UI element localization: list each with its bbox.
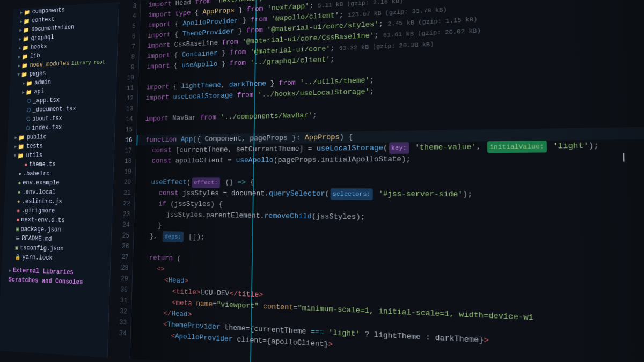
component-name: Head [168, 275, 185, 287]
keyword: import [146, 82, 170, 93]
plain-text: ; [309, 1, 318, 12]
html-attr: content [263, 301, 294, 314]
folder-icon: 📁 [26, 88, 32, 95]
component-name: Head [171, 308, 188, 320]
line-num-19: 19 [113, 167, 131, 178]
html-tag: <title> [172, 286, 200, 299]
plain-text: ); [588, 140, 599, 152]
line-num-4: 4 [119, 11, 136, 23]
line-num-14: 14 [115, 114, 133, 125]
sidebar-item-babelrc[interactable]: ● .babelrc [6, 169, 114, 179]
file-icon: ◆ [18, 189, 21, 195]
plain-text: } [217, 58, 230, 70]
plain-text: } [266, 78, 279, 90]
plain-text: NavBar [169, 113, 201, 124]
plain-text: } [235, 5, 247, 16]
line-num-33: 33 [108, 316, 127, 328]
plain-text: ( [325, 188, 329, 200]
plain-text: , [221, 80, 230, 91]
operator: => [237, 177, 246, 188]
sidebar-label: package.json [20, 226, 61, 234]
plain-text [139, 329, 171, 342]
folder-icon: 📁 [21, 71, 27, 77]
function-name: darkTheme [229, 78, 266, 90]
sidebar-label: .gitignore [21, 207, 55, 215]
param-badge-deps: deps: [163, 231, 184, 242]
sidebar-item-tests[interactable]: ▶ 📁 tests [7, 141, 114, 151]
keyword: import [147, 40, 171, 51]
sidebar-item-env-example[interactable]: ◆ env.example [5, 179, 113, 188]
keyword: from [222, 37, 238, 48]
file-icon: ■ [24, 162, 27, 167]
param-badge-effect: effect: [192, 177, 220, 188]
keyword: from [200, 112, 216, 123]
keyword: const [152, 145, 172, 156]
sidebar-label: index.tsx [32, 124, 62, 131]
folder-icon: 📁 [23, 26, 30, 33]
param-badge-key: key: [389, 142, 409, 154]
folder-icon: 📁 [18, 134, 25, 141]
file-icon: ⬡ [27, 98, 31, 104]
sidebar-label: hooks [31, 43, 47, 50]
line-num-34: 34 [108, 328, 127, 339]
line-num-8: 8 [117, 52, 135, 63]
chevron-icon: ▶ [18, 54, 21, 60]
sidebar-item-utils[interactable]: ▶ 📁 utils [6, 150, 114, 160]
plain-text [324, 327, 328, 338]
code-line-20: useEffect ( effect: () => { [135, 176, 644, 189]
sidebar-item-env-local[interactable]: ◆ .env.local [5, 188, 113, 197]
plain-text: ( [173, 253, 181, 264]
plain-text: () [221, 177, 238, 188]
plain-text: } [142, 220, 162, 231]
line-num-16: 16 [114, 135, 132, 146]
chevron-icon: ▶ [12, 154, 18, 157]
keyword: import [145, 92, 169, 104]
plain-text: apolloClient = [171, 155, 236, 166]
plain-text: { [246, 177, 254, 188]
plain-text [144, 156, 152, 167]
plain-text: ) { [340, 131, 353, 143]
sidebar-label: yarn.lock [22, 254, 53, 262]
chevron-icon: ▶ [14, 144, 17, 149]
sidebar-item-theme-ts[interactable]: ■ theme.ts [6, 159, 113, 169]
sidebar-item-eslintrc[interactable]: ◈ .eslintrc.js [4, 197, 112, 207]
sidebar-label: graphql [31, 34, 54, 42]
plain-text: ; [339, 10, 348, 21]
sidebar-label: _app.tsx [33, 97, 60, 105]
plain-text [374, 188, 378, 200]
function-name: querySelector [269, 188, 325, 200]
keyword: import [148, 29, 171, 41]
plain-text [139, 318, 163, 330]
plain-text: } [217, 48, 230, 59]
line-num-3: 3 [119, 1, 136, 12]
code-editor[interactable]: import Head from 'next/head' ; import ty… [130, 0, 644, 362]
line-num-7: 7 [118, 42, 135, 53]
line-num-26: 26 [111, 241, 129, 252]
plain-text: ; [330, 54, 334, 65]
line-num-27: 27 [111, 252, 129, 263]
line-num-22: 22 [113, 198, 131, 209]
html-tag: </ [163, 308, 171, 319]
chevron-icon: ▶ [18, 63, 20, 68]
plain-text: { [171, 19, 182, 29]
string: 'light' [553, 140, 589, 152]
plain-text: ; [370, 75, 374, 86]
plain-text: ; [374, 29, 383, 41]
line-num-5: 5 [118, 21, 136, 33]
chevron-icon: ▶ [19, 45, 21, 50]
plain-text: = [293, 302, 297, 314]
line-num-15: 15 [115, 124, 133, 135]
sidebar-label: public [26, 134, 46, 141]
folder-icon: 📁 [21, 62, 28, 69]
plain-text: { [170, 61, 181, 71]
sidebar-label: utils [26, 152, 42, 159]
library-root-badge: library root [71, 59, 106, 66]
sidebar-label: theme.ts [29, 161, 56, 168]
param-badge-selectors: selectors: [331, 188, 373, 200]
plain-text: ; [370, 86, 374, 97]
keyword: import [147, 61, 170, 72]
line-num-23: 23 [112, 209, 130, 220]
chevron-icon: ▶ [20, 10, 23, 15]
html-tag: > [328, 339, 333, 351]
line-num-18: 18 [114, 156, 131, 167]
